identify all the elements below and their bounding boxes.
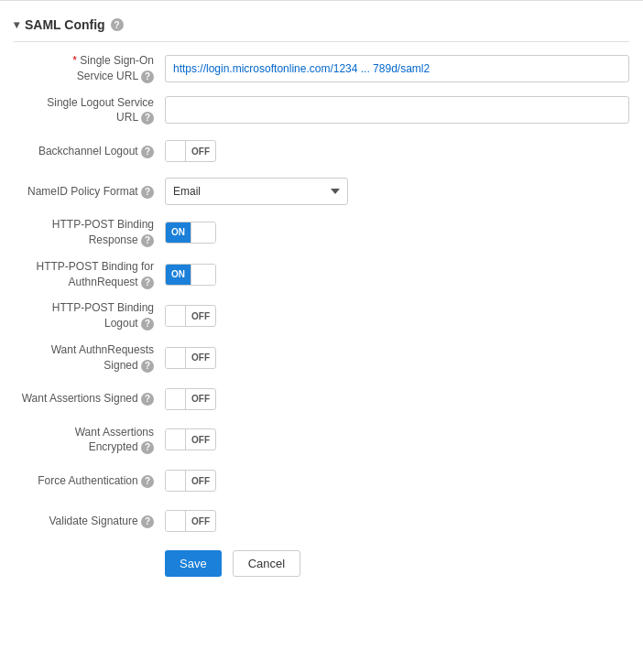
http-post-binding-authn-label: HTTP-POST Binding forAuthnRequest ?: [14, 259, 165, 290]
want-assertions-encrypted-label: Want AssertionsEncrypted ?: [14, 425, 165, 456]
want-assertions-encrypted-toggle[interactable]: OFF: [165, 428, 216, 450]
validate-signature-label: Validate Signature ?: [14, 514, 165, 529]
toggle-thumb-authn-req: [166, 348, 186, 368]
want-authn-help-icon[interactable]: ?: [141, 360, 154, 373]
nameid-policy-label: NameID Policy Format ?: [14, 184, 165, 200]
want-assertions-signed-label: Want Assertions Signed ?: [14, 391, 165, 406]
toggle-off-label-assertions-enc: OFF: [186, 435, 215, 445]
validate-sig-help-icon[interactable]: ?: [141, 515, 154, 528]
http-post-binding-logout-toggle[interactable]: OFF: [165, 305, 216, 327]
http-post-binding-authn-toggle[interactable]: ON: [165, 264, 216, 286]
force-authentication-toggle-area: OFF: [165, 470, 629, 492]
force-authentication-row: Force Authentication ? OFF: [14, 466, 629, 495]
want-authn-requests-toggle-area: OFF: [165, 347, 629, 369]
single-sign-on-input-area: [165, 55, 629, 82]
toggle-thumb-force-auth: [166, 471, 186, 491]
validate-signature-toggle[interactable]: OFF: [165, 510, 216, 532]
section-help-icon[interactable]: ?: [111, 18, 124, 31]
toggle-thumb-validate-sig: [166, 511, 186, 531]
want-assertions-encrypted-toggle-area: OFF: [165, 428, 629, 450]
single-sign-on-input[interactable]: [165, 55, 629, 82]
http-post-binding-response-row: HTTP-POST BindingResponse ? ON: [14, 217, 629, 248]
backchannel-logout-toggle-area: OFF: [165, 140, 629, 162]
want-assertions-signed-row: Want Assertions Signed ? OFF: [14, 385, 629, 414]
toggle-off-label-assertions-signed: OFF: [186, 394, 215, 404]
backchannel-logout-row: Backchannel Logout ? OFF: [14, 136, 629, 166]
toggle-off-label-authn-req: OFF: [186, 352, 215, 363]
single-logout-row: Single Logout ServiceURL ?: [14, 95, 629, 126]
validate-signature-toggle-area: OFF: [165, 510, 629, 532]
chevron-down-icon: ▾: [14, 18, 19, 31]
want-assertions-encrypted-row: Want AssertionsEncrypted ? OFF: [14, 425, 629, 456]
http-post-binding-logout-toggle-area: OFF: [165, 305, 629, 327]
want-assertions-signed-toggle-area: OFF: [165, 388, 629, 410]
backchannel-logout-label: Backchannel Logout ?: [14, 144, 165, 159]
http-post-logout-help-icon[interactable]: ?: [141, 318, 154, 331]
save-button[interactable]: Save: [165, 550, 222, 577]
force-authentication-toggle[interactable]: OFF: [165, 470, 216, 492]
single-logout-input[interactable]: [165, 96, 629, 124]
toggle-off-label-force-auth: OFF: [186, 476, 215, 486]
backchannel-logout-toggle[interactable]: OFF: [165, 140, 216, 162]
toggle-thumb-on: [191, 222, 215, 243]
http-post-binding-logout-row: HTTP-POST BindingLogout ? OFF: [14, 300, 629, 331]
nameid-policy-help-icon[interactable]: ?: [141, 186, 154, 199]
http-post-binding-logout-label: HTTP-POST BindingLogout ?: [14, 300, 165, 331]
force-authentication-label: Force Authentication ?: [14, 473, 165, 489]
nameid-policy-row: NameID Policy Format ? Email: [14, 177, 629, 206]
toggle-off-label-validate-sig: OFF: [186, 516, 215, 526]
toggle-thumb-logout: [166, 306, 186, 326]
want-assertions-signed-help-icon[interactable]: ?: [141, 393, 154, 406]
http-post-binding-response-toggle[interactable]: ON: [165, 222, 216, 244]
section-title: SAML Config: [25, 17, 105, 32]
toggle-off-label-logout: OFF: [186, 311, 215, 321]
cancel-button[interactable]: Cancel: [233, 550, 300, 577]
http-post-response-help-icon[interactable]: ?: [141, 234, 154, 247]
single-logout-input-area: [165, 96, 629, 124]
http-post-binding-response-toggle-area: ON: [165, 222, 629, 244]
want-authn-requests-label: Want AuthnRequestsSigned ?: [14, 342, 165, 374]
backchannel-logout-help-icon[interactable]: ?: [141, 146, 154, 158]
nameid-policy-select[interactable]: Email: [165, 178, 348, 205]
validate-signature-row: Validate Signature ? OFF: [14, 506, 629, 536]
http-post-binding-response-label: HTTP-POST BindingResponse ?: [14, 217, 165, 248]
toggle-thumb-authn: [191, 265, 215, 285]
single-logout-label: Single Logout ServiceURL ?: [14, 95, 165, 126]
toggle-thumb-assertions-signed: [166, 389, 186, 409]
http-post-authn-help-icon[interactable]: ?: [141, 276, 154, 289]
want-assertions-signed-toggle[interactable]: OFF: [165, 388, 216, 410]
toggle-on-label-authn: ON: [166, 265, 191, 285]
toggle-thumb: [166, 141, 186, 161]
single-logout-help-icon[interactable]: ?: [141, 112, 154, 125]
want-authn-requests-row: Want AuthnRequestsSigned ? OFF: [14, 342, 629, 374]
form-buttons: Save Cancel: [14, 550, 629, 577]
want-authn-requests-toggle[interactable]: OFF: [165, 347, 216, 369]
http-post-binding-authn-toggle-area: ON: [165, 264, 629, 286]
single-sign-on-label: * Single Sign-OnService URL ?: [14, 53, 165, 84]
want-assertions-encrypted-help-icon[interactable]: ?: [141, 441, 154, 454]
toggle-thumb-assertions-enc: [166, 429, 186, 450]
nameid-policy-select-area: Email: [165, 178, 629, 205]
toggle-on-label: ON: [166, 222, 191, 243]
single-sign-on-help-icon[interactable]: ?: [141, 70, 154, 83]
toggle-off-label: OFF: [186, 146, 215, 157]
http-post-binding-authn-row: HTTP-POST Binding forAuthnRequest ? ON: [14, 259, 629, 290]
force-auth-help-icon[interactable]: ?: [141, 475, 154, 488]
section-header: ▾ SAML Config ?: [14, 10, 629, 42]
single-sign-on-row: * Single Sign-OnService URL ?: [14, 53, 629, 84]
